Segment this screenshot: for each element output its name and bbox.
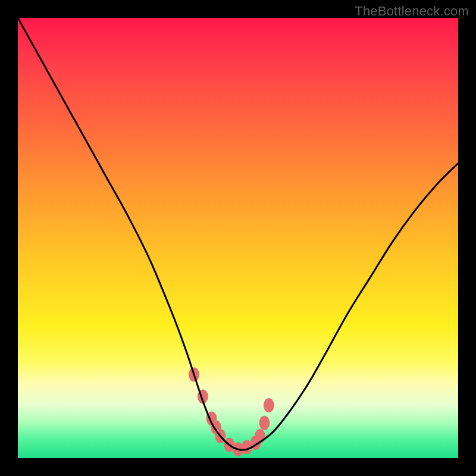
highlight-dot (259, 416, 270, 430)
watermark-text: TheBottleneck.com (355, 4, 469, 19)
plot-area (18, 18, 458, 458)
chart-frame: TheBottleneck.com (0, 0, 476, 476)
bottleneck-curve (18, 18, 458, 450)
highlight-dot (264, 398, 274, 412)
highlight-dots-group (189, 367, 274, 456)
chart-svg (18, 18, 458, 458)
